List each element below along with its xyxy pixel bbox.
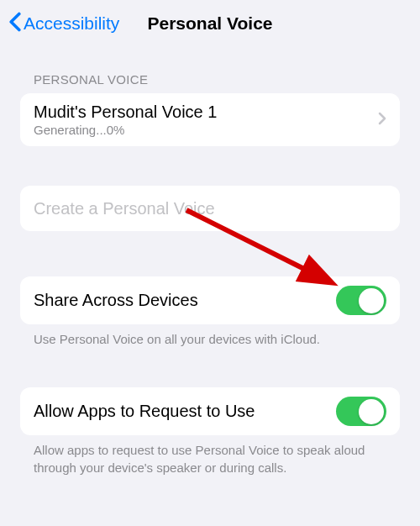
section-header-personal-voice: PERSONAL VOICE: [20, 72, 400, 87]
share-across-devices-toggle[interactable]: [336, 286, 386, 315]
page-title: Personal Voice: [147, 13, 272, 34]
back-label: Accessibility: [24, 13, 119, 34]
allow-apps-row: Allow Apps to Request to Use: [20, 387, 400, 435]
voice-status: Generating...0%: [34, 123, 217, 137]
share-label: Share Across Devices: [34, 291, 198, 310]
create-personal-voice-button[interactable]: Create a Personal Voice: [20, 186, 400, 231]
back-button[interactable]: Accessibility: [8, 12, 119, 36]
share-footer-text: Use Personal Voice on all your devices w…: [20, 324, 400, 348]
voice-name: Mudit's Personal Voice 1: [34, 103, 217, 122]
allow-apps-toggle[interactable]: [336, 397, 386, 426]
create-label: Create a Personal Voice: [34, 199, 215, 218]
toggle-knob: [359, 288, 384, 313]
allow-label: Allow Apps to Request to Use: [34, 402, 255, 421]
chevron-right-icon: [378, 112, 386, 129]
personal-voice-row[interactable]: Mudit's Personal Voice 1 Generating...0%: [20, 93, 400, 146]
share-across-devices-row: Share Across Devices: [20, 276, 400, 324]
allow-footer-text: Allow apps to request to use Personal Vo…: [20, 435, 400, 476]
navigation-bar: Accessibility Personal Voice: [0, 0, 420, 47]
chevron-left-icon: [8, 12, 22, 36]
toggle-knob: [359, 399, 384, 424]
